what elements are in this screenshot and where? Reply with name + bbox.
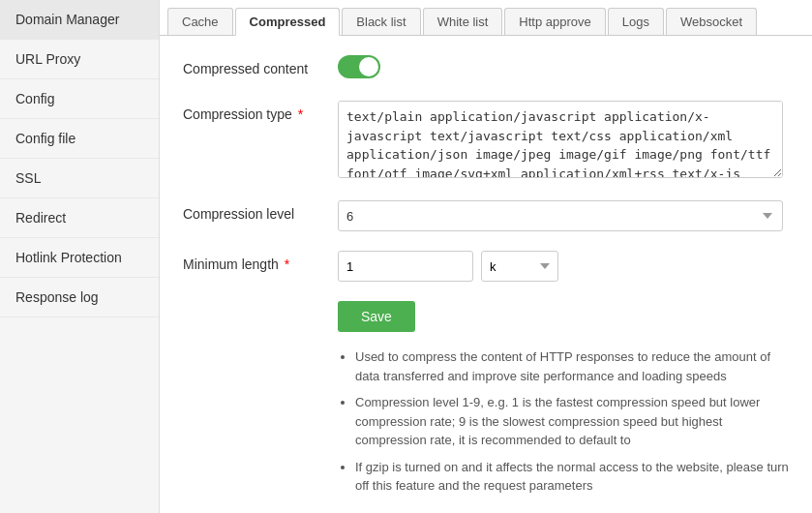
minimum-length-row: Minimum length * kmg (183, 251, 789, 282)
tab-websocket[interactable]: Websocket (666, 8, 757, 35)
compression-type-control: text/plain application/javascript applic… (338, 101, 789, 181)
info-bullet-2: If gzip is turned on and it affects the … (355, 458, 789, 496)
info-bullet-0: Used to compress the content of HTTP res… (355, 347, 789, 385)
info-list: Used to compress the content of HTTP res… (338, 347, 789, 496)
main-content: CacheCompressedBlack listWhite listHttp … (160, 0, 812, 513)
compression-level-label: Compression level (183, 200, 338, 222)
compression-type-textarea[interactable]: text/plain application/javascript applic… (338, 101, 783, 178)
minimum-length-input[interactable] (338, 251, 473, 282)
tab-bar: CacheCompressedBlack listWhite listHttp … (160, 0, 812, 36)
compression-level-row: Compression level 123456789 (183, 200, 789, 231)
compressed-content-label: Compressed content (183, 55, 338, 76)
compression-type-label: Compression type * (183, 101, 338, 122)
sidebar-item-url-proxy[interactable]: URL Proxy (0, 40, 159, 79)
sidebar-item-config[interactable]: Config (0, 79, 159, 119)
sidebar-item-redirect[interactable]: Redirect (0, 198, 159, 238)
minimum-length-control: kmg (338, 251, 789, 282)
tab-cache[interactable]: Cache (167, 8, 233, 35)
compression-level-control: 123456789 (338, 200, 789, 231)
required-marker: * (294, 106, 303, 122)
minimum-length-unit-select[interactable]: kmg (481, 251, 558, 282)
compressed-content-control (338, 55, 789, 81)
sidebar-item-config-file[interactable]: Config file (0, 119, 159, 159)
tab-black-list[interactable]: Black list (342, 8, 420, 35)
sidebar: Domain ManagerURL ProxyConfigConfig file… (0, 0, 160, 513)
info-bullets: Used to compress the content of HTTP res… (338, 347, 789, 496)
toggle-thumb (359, 57, 378, 76)
tab-http-approve[interactable]: Http approve (504, 8, 605, 35)
compressed-content-toggle[interactable] (338, 55, 380, 78)
sidebar-item-ssl[interactable]: SSL (0, 159, 159, 198)
minimum-length-label: Minimum length * (183, 251, 338, 272)
info-bullet-1: Compression level 1-9, e.g. 1 is the fas… (355, 393, 789, 450)
compression-type-row: Compression type * text/plain applicatio… (183, 101, 789, 181)
required-marker-2: * (281, 256, 289, 272)
sidebar-item-domain-manager[interactable]: Domain Manager (0, 0, 159, 40)
sidebar-item-response-log[interactable]: Response log (0, 278, 159, 317)
tab-compressed[interactable]: Compressed (235, 8, 341, 36)
save-button[interactable]: Save (338, 301, 415, 332)
compression-level-select[interactable]: 123456789 (338, 200, 783, 231)
compressed-content-row: Compressed content (183, 55, 789, 81)
min-length-inner: kmg (338, 251, 789, 282)
tab-logs[interactable]: Logs (608, 8, 664, 35)
sidebar-item-hotlink-protection[interactable]: Hotlink Protection (0, 238, 159, 278)
content-area: Compressed content Compression type * te… (160, 36, 812, 513)
tab-white-list[interactable]: White list (423, 8, 503, 35)
